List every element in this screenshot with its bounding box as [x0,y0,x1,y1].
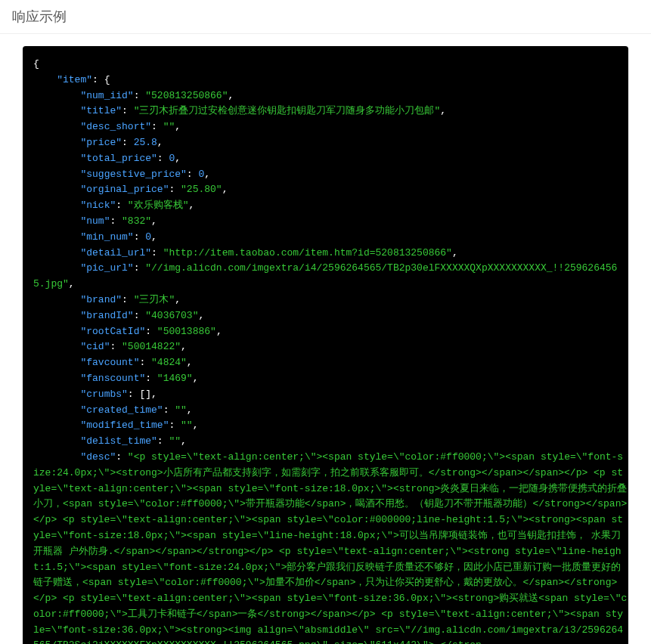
json-code: { "item": { "num_iid": "520813250866", "… [33,57,628,644]
section-heading: 响应示例 [0,0,651,34]
code-block: { "item": { "num_iid": "520813250866", "… [23,46,628,644]
